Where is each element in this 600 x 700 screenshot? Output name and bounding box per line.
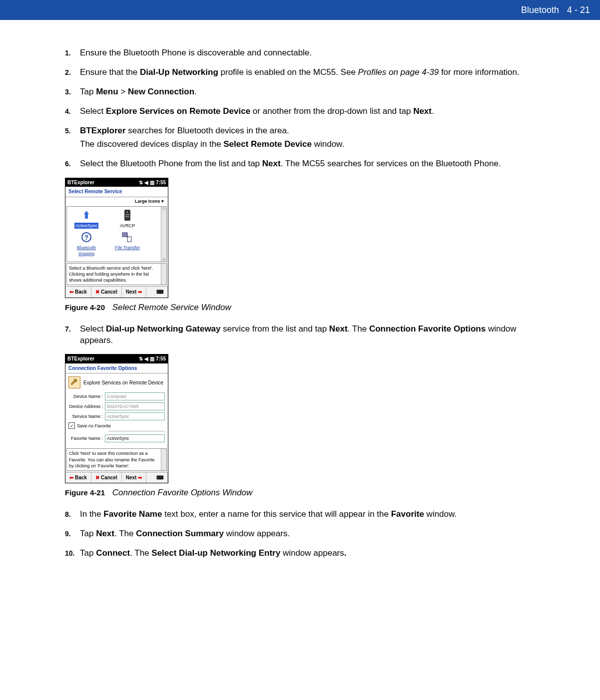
scrollbar[interactable]: [161, 449, 166, 470]
button-label: Next: [126, 289, 137, 296]
scrollbar[interactable]: [161, 264, 166, 285]
step-number: 7.: [65, 325, 71, 334]
battery-icon: ▥: [150, 179, 154, 186]
step-bold: Connect: [96, 548, 130, 558]
step-text: Select: [80, 324, 106, 334]
device-status-icons: ⇅ ◀ ▥ 7:55: [139, 355, 166, 362]
step-text: window appears: [280, 548, 344, 558]
service-label: ActiveSync: [74, 223, 99, 229]
step-2: 2. Ensure that the Dial-Up Networking pr…: [65, 67, 535, 78]
step-5: 5. BTExplorer searches for Bluetooth dev…: [65, 125, 535, 150]
svg-rect-0: [85, 214, 88, 219]
step-bold: Select Remote Device: [223, 139, 312, 149]
device-clock: 7:55: [156, 355, 166, 362]
field-label: Device Name :: [68, 393, 103, 399]
step-9: 9. Tap Next. The Connection Summary wind…: [65, 528, 535, 540]
field-label: Service Name :: [68, 413, 103, 419]
service-name-input[interactable]: [105, 412, 165, 420]
figure-text: Select Remote Service Window: [112, 303, 231, 312]
step-8: 8. In the Favorite Name text box, enter …: [65, 509, 535, 520]
volume-icon: ◀: [144, 355, 148, 362]
step-text: >: [118, 87, 128, 96]
step-10: 10. Tap Connect. The Select Dial-up Netw…: [65, 548, 535, 559]
keyboard-icon: ⌨: [156, 474, 163, 481]
device-titlebar: BTExplorer ⇅ ◀ ▥ 7:55: [65, 178, 168, 187]
arrow-left-icon: ⬅: [69, 474, 73, 481]
step-text: Ensure the Bluetooth Phone is discoverab…: [80, 48, 312, 57]
button-label: Back: [75, 474, 87, 481]
device-clock: 7:55: [156, 179, 166, 186]
arrow-right-icon: ➡: [138, 289, 142, 296]
figure-4-21-caption: Figure 4-21 Connection Favorite Options …: [65, 487, 535, 499]
figure-4-20-device: BTExplorer ⇅ ◀ ▥ 7:55 Select Remote Serv…: [65, 178, 168, 298]
step-text: searches for Bluetooth devices in the ar…: [126, 126, 289, 135]
step-6: 6. Select the Bluetooth Phone from the l…: [65, 158, 535, 170]
cancel-button[interactable]: ✖Cancel: [91, 287, 122, 298]
sync-icon: [80, 209, 93, 222]
back-button[interactable]: ⬅Back: [65, 472, 91, 483]
cancel-button[interactable]: ✖Cancel: [91, 472, 122, 483]
view-selector[interactable]: Large Icons ▾: [65, 197, 168, 205]
keyboard-button[interactable]: ⌨: [152, 287, 168, 298]
device-address-field: Device Address :: [68, 402, 165, 410]
device-title: BTExplorer: [67, 179, 94, 186]
button-label: Cancel: [101, 474, 117, 481]
device-address-input[interactable]: [105, 402, 165, 410]
arrow-left-icon: ⬅: [69, 289, 73, 296]
step-text: . The: [130, 548, 151, 558]
x-icon: ✖: [95, 289, 99, 296]
service-label: File Transfer: [115, 245, 140, 250]
step-number: 6.: [65, 159, 71, 169]
x-icon: ✖: [95, 474, 99, 481]
battery-icon: ▥: [150, 355, 154, 362]
arrow-right-icon: ➡: [138, 474, 142, 481]
step-text: Tap: [80, 529, 96, 538]
step-3: 3. Tap Menu > New Connection.: [65, 86, 535, 98]
favorite-name-field: Favorite Name :: [68, 434, 165, 442]
service-label: AVRCP: [120, 223, 135, 228]
svg-rect-3: [125, 214, 129, 215]
save-favorite-checkbox[interactable]: ✓ Save As Favorite: [68, 422, 165, 429]
favorite-form: Explore Services on Remote Device Device…: [65, 373, 168, 447]
step-bold: Next: [413, 106, 432, 116]
step-bold: Dial-Up Networking: [140, 67, 218, 77]
step-text: profile is enabled on the MC55. See: [218, 67, 358, 77]
step-text: window.: [312, 139, 344, 149]
header-page-number: 4 - 21: [567, 5, 590, 15]
checkbox-icon: ✓: [68, 422, 75, 429]
step-italic: Profiles on page 4-39: [358, 67, 439, 77]
button-label: Next: [126, 474, 137, 481]
service-name-field: Service Name :: [68, 412, 165, 420]
step-7: 7. Select Dial-up Networking Gateway ser…: [65, 324, 535, 347]
device-bottom-bar: ⬅Back ✖Cancel Next➡ ⌨: [65, 286, 168, 298]
favorite-name-input[interactable]: [105, 434, 165, 442]
step-bold: New Connection: [128, 87, 194, 96]
field-label: Device Address :: [68, 403, 103, 409]
scrollbar[interactable]: [161, 207, 166, 262]
figure-text: Connection Favorite Options Window: [112, 488, 252, 497]
wrench-icon: [68, 376, 80, 388]
next-button[interactable]: Next➡: [122, 472, 147, 483]
back-button[interactable]: ⬅Back: [65, 287, 91, 298]
step-subtext: The discovered devices display in the Se…: [80, 139, 535, 150]
step-1: 1. Ensure the Bluetooth Phone is discove…: [65, 47, 535, 59]
keyboard-button[interactable]: ⌨: [152, 472, 168, 483]
step-number: 8.: [65, 510, 71, 519]
device-name-field: Device Name :: [68, 392, 165, 400]
step-text: or another from the drop-down list and t…: [250, 106, 413, 116]
service-item-avrcp[interactable]: AVRCP: [110, 209, 145, 229]
signal-icon: ⇅: [139, 179, 143, 186]
service-item-bluetooth-imaging[interactable]: ? Bluetooth Imaging: [69, 231, 104, 257]
device-name-input[interactable]: [105, 392, 165, 400]
figure-4-20-caption: Figure 4-20 Select Remote Service Window: [65, 302, 535, 314]
step-bold: Connection Summary: [136, 529, 224, 538]
volume-icon: ◀: [144, 179, 148, 186]
service-item-activesync[interactable]: ActiveSync: [69, 209, 104, 229]
step-text: service from the list and tap: [221, 324, 329, 334]
step-text: . The MC55 searches for services on the …: [281, 159, 501, 168]
next-button[interactable]: Next➡: [122, 287, 147, 298]
service-item-file-transfer[interactable]: File Transfer: [110, 231, 145, 257]
step-bold: Next: [262, 159, 281, 168]
step-text: .: [432, 106, 434, 116]
service-list[interactable]: ActiveSync AVRCP ? Bluetooth Imaging Fil…: [66, 206, 167, 262]
